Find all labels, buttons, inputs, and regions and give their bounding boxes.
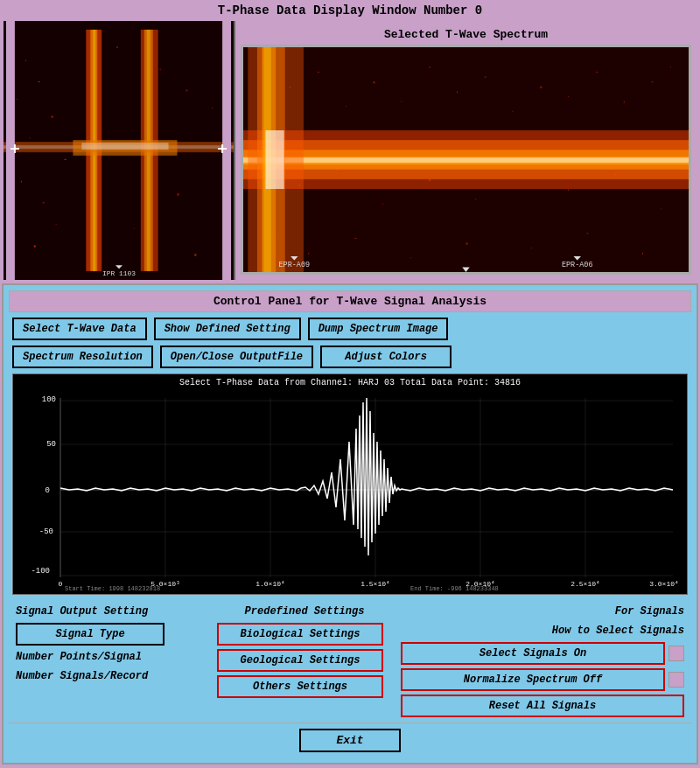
svg-text:1.5×10⁴: 1.5×10⁴ <box>360 580 390 588</box>
svg-rect-45 <box>401 101 402 101</box>
svg-rect-67 <box>308 253 309 255</box>
svg-rect-26 <box>212 108 213 108</box>
select-signals-toggle[interactable] <box>668 646 684 661</box>
svg-rect-7 <box>30 137 31 138</box>
svg-rect-22 <box>81 143 168 150</box>
svg-text:End Time: -996 148233348: End Time: -996 148233348 <box>410 585 499 590</box>
normalize-spectrum-toggle[interactable] <box>668 672 684 688</box>
svg-rect-78 <box>243 157 689 163</box>
control-panel: Control Panel for T-Wave Signal Analysis… <box>2 283 698 765</box>
select-twave-button[interactable]: Select T-Wave Data <box>12 318 147 340</box>
signal-type-button[interactable]: Signal Type <box>16 623 164 646</box>
spectrum-display: EPR-A09 EPR-A06 <box>241 45 691 275</box>
svg-text:IPR 1103: IPR 1103 <box>102 269 136 277</box>
svg-rect-49 <box>513 111 514 112</box>
svg-text:-50: -50 <box>39 527 53 536</box>
svg-rect-55 <box>670 66 671 67</box>
svg-rect-23 <box>116 47 118 48</box>
svg-rect-10 <box>43 202 45 203</box>
adjust-colors-button[interactable]: Adjust Colors <box>320 346 452 368</box>
spectrum-title: Selected T-Wave Spectrum <box>241 26 691 45</box>
svg-rect-54 <box>652 81 654 82</box>
svg-rect-51 <box>568 96 569 97</box>
svg-text:3.0×10⁴: 3.0×10⁴ <box>649 580 679 588</box>
right-controls: For Signals How to Select Signals Select… <box>401 604 684 717</box>
svg-rect-27 <box>177 193 178 195</box>
svg-rect-6 <box>52 116 53 118</box>
svg-rect-53 <box>624 101 625 102</box>
svg-text:Start Time: 1998 148232818: Start Time: 1998 148232818 <box>65 585 160 590</box>
waveform-section: Select T-Phase Data from Channel: HARJ 0… <box>12 374 688 595</box>
svg-text:0: 0 <box>59 580 63 588</box>
svg-rect-5 <box>17 99 18 100</box>
svg-rect-8 <box>64 159 66 160</box>
exit-bar: Exit <box>9 723 691 758</box>
svg-rect-4 <box>38 81 40 82</box>
select-signals-row: Select Signals On <box>401 642 684 665</box>
svg-rect-65 <box>661 208 662 209</box>
svg-rect-61 <box>475 199 476 199</box>
spectrum-resolution-button[interactable]: Spectrum Resolution <box>12 346 153 368</box>
svg-rect-42 <box>318 72 319 73</box>
svg-text:EPR-A06: EPR-A06 <box>562 261 593 269</box>
svg-rect-52 <box>596 72 598 73</box>
svg-rect-43 <box>346 106 346 107</box>
svg-text:EPR-A09: EPR-A09 <box>279 261 311 269</box>
waveform-title: Select T-Phase Data from Channel: HARJ 0… <box>17 378 683 387</box>
waveform-display: 100 50 0 -50 -100 0 5.0×10³ 1.0×10⁴ 1.5×… <box>17 389 664 590</box>
svg-rect-72 <box>586 233 588 234</box>
show-defined-button[interactable]: Show Defined Setting <box>154 318 301 340</box>
normalize-spectrum-button[interactable]: Normalize Spectrum Off <box>401 668 665 691</box>
left-spectrogram-panel: IPR 1103 <box>4 21 235 280</box>
svg-rect-69 <box>410 257 411 258</box>
button-row-2: Spectrum Resolution Open/Close OutputFil… <box>9 346 691 368</box>
signal-output-label: Signal Output Setting <box>16 604 208 619</box>
svg-rect-63 <box>568 189 569 191</box>
svg-text:1.0×10⁴: 1.0×10⁴ <box>256 580 285 588</box>
svg-rect-59 <box>382 204 383 205</box>
number-signals-label: Number Signals/Record <box>16 668 208 684</box>
window-title: T-Phase Data Display Window Number 0 <box>0 0 700 19</box>
svg-rect-73 <box>642 253 643 255</box>
svg-text:100: 100 <box>42 395 56 404</box>
svg-text:50: 50 <box>46 440 56 449</box>
svg-rect-47 <box>457 91 458 93</box>
svg-text:0: 0 <box>46 486 50 495</box>
normalize-spectrum-row: Normalize Spectrum Off <box>401 668 684 691</box>
right-spectrum-panel: Selected T-Wave Spectrum <box>235 21 696 280</box>
left-controls: Signal Output Setting Signal Type Number… <box>16 604 208 684</box>
svg-text:-100: -100 <box>31 567 50 576</box>
biological-settings-button[interactable]: Biological Settings <box>217 623 383 646</box>
svg-rect-44 <box>373 81 374 83</box>
svg-rect-29 <box>194 254 196 255</box>
svg-rect-28 <box>134 228 135 229</box>
geological-settings-button[interactable]: Geological Settings <box>217 649 383 672</box>
svg-rect-3 <box>25 59 26 61</box>
svg-rect-68 <box>354 238 356 239</box>
others-settings-button[interactable]: Others Settings <box>217 675 383 698</box>
open-close-button[interactable]: Open/Close OutputFile <box>160 346 313 368</box>
svg-rect-9 <box>21 181 22 183</box>
for-signals-label: For Signals <box>401 604 684 619</box>
exit-button[interactable]: Exit <box>299 729 400 752</box>
reset-signals-row: Reset All Signals <box>401 695 684 717</box>
dump-spectrum-button[interactable]: Dump Spectrum Image <box>308 318 449 340</box>
number-points-label: Number Points/Signal <box>16 649 208 665</box>
bottom-controls: Signal Output Setting Signal Type Number… <box>9 598 691 723</box>
svg-rect-46 <box>429 66 430 67</box>
button-row-1: Select T-Wave Data Show Defined Setting … <box>9 318 691 340</box>
svg-rect-70 <box>466 242 468 244</box>
middle-controls: Predefined Settings Biological Settings … <box>217 604 392 698</box>
predefined-label: Predefined Settings <box>217 604 392 619</box>
svg-rect-12 <box>34 246 36 248</box>
select-signals-button[interactable]: Select Signals On <box>401 642 665 665</box>
svg-rect-50 <box>540 87 542 88</box>
svg-rect-71 <box>531 248 532 248</box>
control-panel-title: Control Panel for T-Wave Signal Analysis <box>9 290 691 312</box>
svg-text:2.5×10⁴: 2.5×10⁴ <box>570 580 600 588</box>
how-to-select-label: How to Select Signals <box>401 623 684 639</box>
svg-rect-11 <box>56 224 57 225</box>
svg-rect-24 <box>160 68 161 70</box>
reset-signals-button[interactable]: Reset All Signals <box>401 695 684 717</box>
svg-rect-48 <box>485 77 486 78</box>
